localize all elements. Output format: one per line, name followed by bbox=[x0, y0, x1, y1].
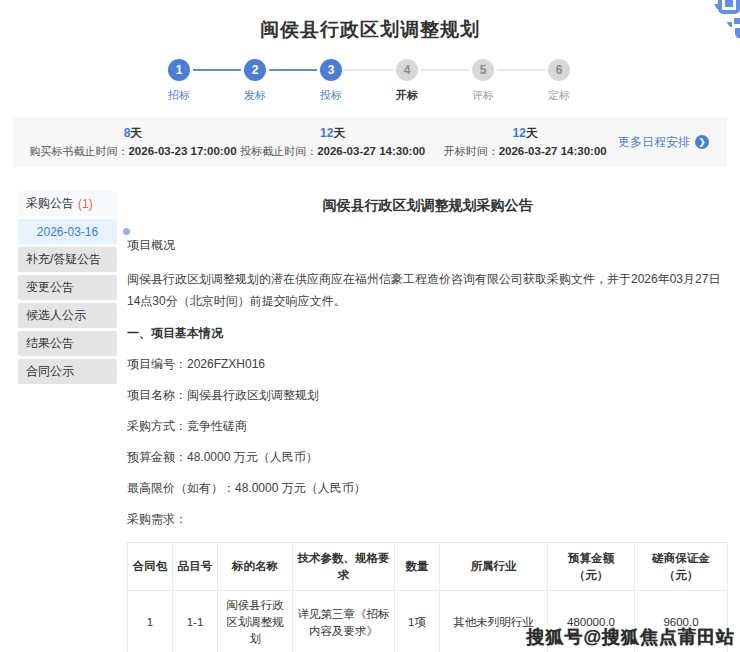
progress-stepper: 1 招标 2 发标 3 投标 4 开标 5 评标 6 定标 bbox=[141, 59, 599, 103]
col-budget-amount: 预算金额 （元） bbox=[548, 543, 635, 591]
step-dingbiao: 6 定标 bbox=[521, 59, 597, 103]
step-kaibiao: 4 开标 bbox=[369, 59, 445, 103]
more-schedule-label: 更多日程安排 bbox=[618, 134, 690, 151]
deadline-buy-docs: 8天 购买标书截止时间：2026-03-23 17:00:00 bbox=[33, 126, 233, 159]
step-toubiao: 3 投标 bbox=[293, 59, 369, 103]
cell-contract-package: 1 bbox=[128, 591, 173, 652]
col-deposit: 磋商保证金 （元） bbox=[635, 543, 728, 591]
col-subject-name: 标的名称 bbox=[218, 543, 293, 591]
section-heading: 一、项目基本情况 bbox=[127, 325, 728, 341]
step-label: 评标 bbox=[472, 88, 494, 103]
step-label: 招标 bbox=[168, 88, 190, 103]
notice-count-badge: (1) bbox=[78, 197, 93, 211]
deadline-bid-submit: 12天 投标截止时间：2026-03-27 14:30:00 bbox=[233, 126, 432, 159]
page-title: 闽侯县行政区划调整规划 bbox=[0, 0, 740, 43]
cell-quantity: 1项 bbox=[395, 591, 440, 652]
step-zhaobiao: 1 招标 bbox=[141, 59, 217, 103]
deadline-bid-open: 12天 开标时间：2026-03-27 14:30:00 bbox=[432, 126, 618, 159]
step-circle: 6 bbox=[548, 59, 570, 81]
step-label: 投标 bbox=[320, 88, 342, 103]
field-procurement-method: 采购方式：竞争性磋商 bbox=[127, 418, 728, 434]
sidebar-item-procurement-notice[interactable]: 采购公告 (1) bbox=[18, 191, 117, 216]
announcement-title: 闽侯县行政区划调整规划采购公告 bbox=[127, 197, 728, 215]
procurement-announcement-page: 闽侯县行政区划调整规划 1 招标 2 发标 3 投标 4 开标 5 评标 6 定… bbox=[0, 0, 740, 652]
sidebar-item-notice-date[interactable]: 2026-03-16 bbox=[18, 219, 117, 244]
step-pingbiao: 5 评标 bbox=[445, 59, 521, 103]
sidebar-item-change-notice[interactable]: 变更公告 bbox=[18, 275, 117, 300]
arrow-right-icon: ❯ bbox=[695, 135, 709, 149]
step-fabiao: 2 发标 bbox=[217, 59, 293, 103]
schedule-banner: 8天 购买标书截止时间：2026-03-23 17:00:00 12天 投标截止… bbox=[13, 117, 727, 167]
days-remaining: 12天 bbox=[513, 126, 538, 141]
step-label: 定标 bbox=[548, 88, 570, 103]
more-schedule-link[interactable]: 更多日程安排 ❯ bbox=[618, 134, 709, 151]
sidebar-item-label: 2026-03-16 bbox=[37, 225, 98, 239]
overview-heading: 项目概况 bbox=[127, 237, 728, 253]
demand-label: 采购需求： bbox=[127, 511, 728, 527]
days-remaining: 8天 bbox=[124, 126, 143, 141]
sidebar-item-candidate-publicity[interactable]: 候选人公示 bbox=[18, 303, 117, 328]
deadline-caption: 购买标书截止时间：2026-03-23 17:00:00 bbox=[29, 144, 236, 159]
step-circle: 5 bbox=[472, 59, 494, 81]
cell-subject-name: 闽侯县行政区划调整规划 bbox=[218, 591, 293, 652]
cell-item-no: 1-1 bbox=[173, 591, 218, 652]
notification-dot bbox=[123, 228, 130, 235]
field-project-no: 项目编号：2026FZXH016 bbox=[127, 356, 728, 372]
sidebar-item-contract-publicity[interactable]: 合同公示 bbox=[18, 359, 117, 384]
field-max-price: 最高限价（如有）：48.0000 万元（人民币） bbox=[127, 480, 728, 496]
sidebar-item-supplement-notice[interactable]: 补充/答疑公告 bbox=[18, 247, 117, 272]
cell-tech-specs: 详见第三章《招标内容及要求》 bbox=[293, 591, 395, 652]
overview-text: 闽侯县行政区划调整规划的潜在供应商应在福州信豪工程造价咨询有限公司获取采购文件，… bbox=[127, 268, 728, 312]
col-quantity: 数量 bbox=[395, 543, 440, 591]
step-label: 开标 bbox=[396, 88, 418, 103]
deadline-caption: 开标时间：2026-03-27 14:30:00 bbox=[444, 144, 607, 159]
step-circle: 1 bbox=[168, 59, 190, 81]
sidebar-item-label: 采购公告 bbox=[26, 195, 74, 212]
col-contract-package: 合同包 bbox=[128, 543, 173, 591]
step-circle: 3 bbox=[320, 59, 342, 81]
step-circle: 2 bbox=[244, 59, 266, 81]
field-budget: 预算金额：48.0000 万元（人民币） bbox=[127, 449, 728, 465]
table-header-row: 合同包 品目号 标的名称 技术参数、规格要求 数量 所属行业 预算金额 （元） … bbox=[128, 543, 728, 591]
sohu-watermark: 搜狐号@搜狐焦点莆田站 bbox=[526, 625, 735, 649]
announcement-body: 闽侯县行政区划调整规划采购公告 项目概况 闽侯县行政区划调整规划的潜在供应商应在… bbox=[117, 191, 740, 652]
col-tech-specs: 技术参数、规格要求 bbox=[293, 543, 395, 591]
sidebar-item-result-notice[interactable]: 结果公告 bbox=[18, 331, 117, 356]
step-label: 发标 bbox=[244, 88, 266, 103]
days-remaining: 12天 bbox=[320, 126, 345, 141]
step-circle: 4 bbox=[396, 59, 418, 81]
col-industry: 所属行业 bbox=[440, 543, 548, 591]
col-item-no: 品目号 bbox=[173, 543, 218, 591]
field-project-name: 项目名称：闽侯县行政区划调整规划 bbox=[127, 387, 728, 403]
announcement-sidebar: 采购公告 (1) 2026-03-16 补充/答疑公告 变更公告 候选人公示 结… bbox=[0, 191, 117, 652]
deadline-caption: 投标截止时间：2026-03-27 14:30:00 bbox=[240, 144, 425, 159]
